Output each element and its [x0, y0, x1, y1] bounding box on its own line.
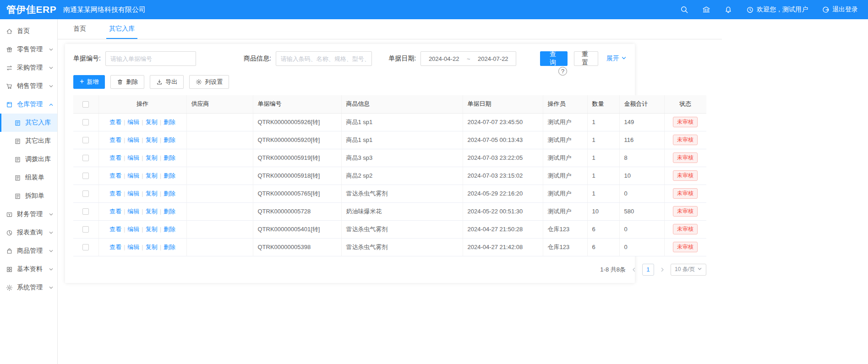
row-delete-link[interactable]: 删除: [164, 226, 175, 233]
chevron-down-icon: [49, 267, 54, 272]
row-actions-cell: 查看|编辑|复制|删除: [98, 220, 186, 238]
current-page[interactable]: 1: [642, 264, 654, 276]
search-button[interactable]: 查询: [540, 51, 567, 66]
add-button[interactable]: + 新增: [73, 75, 105, 89]
row-checkbox[interactable]: [82, 226, 89, 233]
row-checkbox[interactable]: [82, 137, 89, 143]
row-view-link[interactable]: 查看: [109, 190, 121, 197]
sidebar-item-system-mgmt[interactable]: 系统管理: [0, 278, 57, 297]
row-delete-link[interactable]: 删除: [164, 136, 175, 143]
prev-page-button[interactable]: [631, 267, 637, 272]
sidebar-item-assembly-order[interactable]: 组装单: [0, 168, 57, 187]
sidebar-item-disassembly-order[interactable]: 拆卸单: [0, 187, 57, 205]
sidebar-item-home[interactable]: 首页: [0, 22, 57, 40]
row-edit-link[interactable]: 编辑: [127, 208, 139, 215]
inbound-table: 操作供应商单据编号商品信息单据日期操作员数量金额合计状态 查看|编辑|复制|删除…: [73, 95, 706, 256]
date-end-value[interactable]: 2024-07-22: [478, 55, 508, 62]
row-view-link[interactable]: 查看: [109, 226, 121, 233]
row-delete-link[interactable]: 删除: [164, 208, 175, 215]
row-checkbox[interactable]: [82, 208, 89, 215]
bank-icon[interactable]: [702, 5, 710, 14]
row-copy-link[interactable]: 复制: [146, 226, 158, 233]
plus-icon: +: [80, 78, 84, 85]
qty-cell: 1: [587, 167, 619, 185]
row-delete-link[interactable]: 删除: [164, 244, 175, 250]
retail-icon: [6, 46, 14, 53]
product-input[interactable]: [276, 51, 372, 66]
row-checkbox[interactable]: [82, 244, 89, 250]
sidebar-item-other-outbound[interactable]: 其它出库: [0, 132, 57, 150]
row-checkbox[interactable]: [82, 190, 89, 197]
next-page-button[interactable]: [660, 267, 665, 272]
row-edit-link[interactable]: 编辑: [127, 119, 139, 125]
row-edit-link[interactable]: 编辑: [127, 226, 139, 233]
operator-cell: 测试用户: [543, 167, 587, 185]
tab-home[interactable]: 首页: [71, 19, 89, 39]
bell-icon[interactable]: [724, 5, 732, 14]
action-divider: |: [142, 190, 143, 197]
report-icon: [6, 229, 14, 236]
date-range-picker[interactable]: 2024-04-22 ~ 2024-07-22: [420, 51, 516, 66]
supplier-cell: [186, 113, 253, 131]
row-copy-link[interactable]: 复制: [146, 136, 158, 143]
row-view-link[interactable]: 查看: [109, 208, 121, 215]
row-delete-link[interactable]: 删除: [164, 154, 175, 161]
sidebar-item-goods-mgmt[interactable]: 商品管理: [0, 242, 57, 260]
select-all-checkbox[interactable]: [82, 101, 89, 108]
column-settings-label: 列设置: [205, 78, 223, 86]
sidebar-item-other-inbound[interactable]: 其它入库: [0, 114, 57, 132]
row-edit-link[interactable]: 编辑: [127, 136, 139, 143]
tab-other-inbound[interactable]: 其它入库: [106, 19, 137, 39]
action-divider: |: [160, 119, 161, 125]
row-view-link[interactable]: 查看: [109, 244, 121, 250]
row-edit-link[interactable]: 编辑: [127, 172, 139, 179]
row-edit-link[interactable]: 编辑: [127, 190, 139, 197]
sidebar-item-basic-data[interactable]: 基本资料: [0, 260, 57, 278]
help-icon[interactable]: ?: [558, 67, 567, 76]
sidebar-item-finance-mgmt[interactable]: 财务管理: [0, 205, 57, 223]
sidebar-item-purchase-mgmt[interactable]: 采购管理: [0, 59, 57, 77]
row-checkbox[interactable]: [82, 173, 89, 179]
delete-button[interactable]: 删除: [110, 75, 144, 89]
goods-icon: [6, 248, 14, 255]
row-checkbox[interactable]: [82, 119, 89, 125]
row-copy-link[interactable]: 复制: [146, 244, 158, 250]
row-copy-link[interactable]: 复制: [146, 208, 158, 215]
row-copy-link[interactable]: 复制: [146, 119, 158, 125]
docno-input[interactable]: [105, 51, 196, 66]
expand-text: 展开: [606, 54, 619, 63]
qty-cell: 1: [587, 185, 619, 202]
docno-cell: QTRK00000005398: [253, 238, 341, 256]
row-copy-link[interactable]: 复制: [146, 190, 158, 197]
expand-link[interactable]: 展开: [606, 54, 627, 63]
column-settings-button[interactable]: 列设置: [189, 75, 229, 89]
sidebar-item-report-query[interactable]: 报表查询: [0, 223, 57, 242]
row-copy-link[interactable]: 复制: [146, 172, 158, 179]
row-edit-link[interactable]: 编辑: [127, 154, 139, 161]
export-button[interactable]: 导出: [150, 75, 184, 89]
row-view-link[interactable]: 查看: [109, 154, 121, 161]
row-view-link[interactable]: 查看: [109, 136, 121, 143]
date-start-value[interactable]: 2024-04-22: [429, 55, 459, 62]
welcome-user[interactable]: 欢迎您，测试用户: [746, 5, 808, 14]
chevron-up-icon: [49, 102, 54, 107]
search-icon[interactable]: [680, 5, 688, 14]
row-actions-cell: 查看|编辑|复制|删除: [98, 167, 186, 185]
row-edit-link[interactable]: 编辑: [127, 244, 139, 250]
logout-button[interactable]: 退出登录: [822, 5, 858, 14]
sidebar-item-retail-mgmt[interactable]: 零售管理: [0, 40, 57, 59]
row-view-link[interactable]: 查看: [109, 172, 121, 179]
sidebar-item-transfer-outbound[interactable]: 调拨出库: [0, 150, 57, 168]
row-checkbox[interactable]: [82, 155, 89, 161]
sidebar-item-sales-mgmt[interactable]: 销售管理: [0, 77, 57, 95]
sidebar-item-warehouse-mgmt[interactable]: 仓库管理: [0, 95, 57, 114]
row-delete-link[interactable]: 删除: [164, 190, 175, 197]
toolbar: + 新增 删除 导出 列设置: [73, 75, 627, 89]
row-delete-link[interactable]: 删除: [164, 119, 175, 125]
row-copy-link[interactable]: 复制: [146, 154, 158, 161]
page-size-select[interactable]: 10 条/页: [671, 264, 706, 276]
row-view-link[interactable]: 查看: [109, 119, 121, 125]
reset-button[interactable]: 重置: [574, 51, 598, 66]
chevron-down-icon: [49, 249, 54, 254]
row-delete-link[interactable]: 删除: [164, 172, 175, 179]
